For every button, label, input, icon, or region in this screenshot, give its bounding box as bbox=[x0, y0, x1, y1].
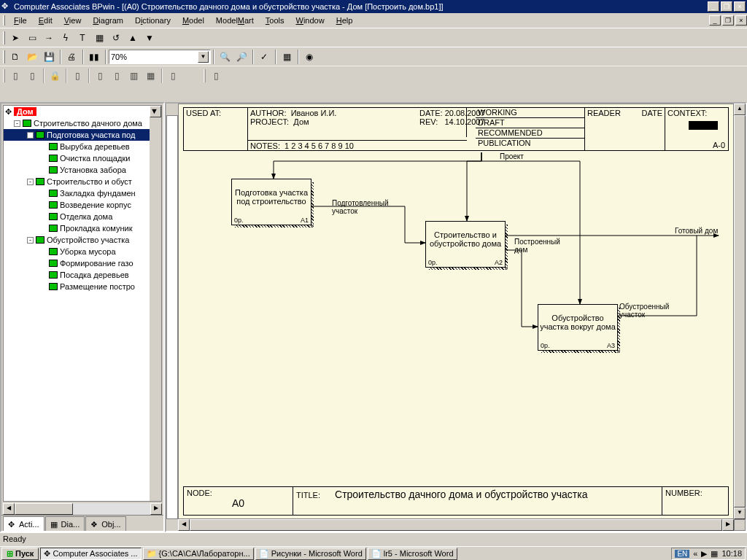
arrow-tool[interactable]: → bbox=[41, 30, 57, 46]
maximize-button[interactable]: ❐ bbox=[721, 1, 732, 12]
lang-indicator[interactable]: EN bbox=[675, 550, 689, 558]
squiggle-tool[interactable]: ϟ bbox=[58, 30, 74, 46]
mm-btn9[interactable]: ▯ bbox=[165, 68, 181, 84]
report-button[interactable]: ▦ bbox=[279, 49, 295, 65]
arrow-label: Построенный дом bbox=[514, 238, 573, 254]
mm-btn3[interactable]: 🔒 bbox=[47, 68, 63, 84]
grip[interactable] bbox=[3, 31, 5, 44]
tree-leaf[interactable]: Размещение постро bbox=[4, 281, 161, 292]
mdi-restore-button[interactable]: ❐ bbox=[722, 15, 734, 26]
toolbar-tools: ➤ ▭ → ϟ T ▦ ↺ ▲ ▼ bbox=[0, 28, 747, 47]
spellcheck-button[interactable]: ✓ bbox=[256, 49, 272, 65]
down-tool[interactable]: ▼ bbox=[142, 30, 158, 46]
menu-dictionary[interactable]: Dictionary bbox=[130, 15, 176, 26]
system-tray[interactable]: EN « ▶ ▦ 10:18 bbox=[671, 548, 746, 560]
taskbar-item[interactable]: 📄 Рисунки - Microsoft Word bbox=[255, 548, 366, 560]
mdi-close-button[interactable]: × bbox=[735, 15, 747, 26]
activity-a2[interactable]: Строительство и обустройство дома 0р.A2 bbox=[425, 221, 506, 268]
taskbar: ⊞Пуск ✥ Computer Associates ... 📁 {G:\CA… bbox=[0, 546, 747, 560]
tree-leaf[interactable]: Прокладка комуник bbox=[4, 222, 161, 234]
grip[interactable] bbox=[204, 69, 206, 82]
arrow-label: Проект bbox=[500, 152, 524, 160]
up-tool[interactable]: ▲ bbox=[125, 30, 141, 46]
tree-leaf[interactable]: Посадка деревьев bbox=[4, 269, 161, 281]
clock[interactable]: 10:18 bbox=[721, 549, 742, 558]
diagram-canvas[interactable]: USED AT: AUTHOR: Иванов И.И. PROJECT: До… bbox=[178, 104, 734, 519]
save-button[interactable]: 💾 bbox=[41, 49, 57, 65]
taskbar-item[interactable]: ✥ Computer Associates ... bbox=[40, 548, 141, 560]
text-tool[interactable]: T bbox=[74, 30, 90, 46]
print-button[interactable]: 🖨 bbox=[63, 49, 80, 65]
mm-btn7[interactable]: ▥ bbox=[125, 68, 142, 84]
tree-node-selected[interactable]: -Подготовка участка под bbox=[4, 129, 161, 141]
titlebar: ✥ Computer Associates BPwin - [(A0) Стро… bbox=[0, 0, 747, 13]
model-explorer-button[interactable]: ▮▮ bbox=[86, 49, 102, 65]
canvas-vscroll[interactable]: ▲▼ bbox=[734, 104, 746, 519]
tree-root[interactable]: ✥Дом bbox=[4, 106, 161, 117]
tray-icon[interactable]: ▶ bbox=[701, 549, 707, 559]
activity-a1[interactable]: Подготовка участка под строительство 0р.… bbox=[231, 179, 311, 225]
menu-diagram[interactable]: Diagram bbox=[88, 15, 128, 26]
close-button[interactable]: × bbox=[734, 1, 746, 12]
taskbar-item[interactable]: 📁 {G:\CA\CA\Лабораторн... bbox=[143, 548, 254, 560]
tree-node[interactable]: -Строительство и обуст bbox=[4, 176, 161, 187]
mm-btn10[interactable]: ▯ bbox=[208, 68, 224, 84]
tree-node[interactable]: -Строительство дачного дома bbox=[4, 117, 161, 129]
zoom-in-button[interactable]: 🔍 bbox=[217, 49, 233, 65]
activity-a3[interactable]: Обустройство участка вокруг дома 0р.A3 bbox=[538, 304, 618, 351]
grip[interactable] bbox=[3, 69, 5, 82]
menu-model[interactable]: Model bbox=[177, 15, 209, 26]
open-button[interactable]: 📂 bbox=[24, 49, 40, 65]
tree-node[interactable]: -Обустройство участка bbox=[4, 234, 161, 246]
menu-help[interactable]: Help bbox=[331, 15, 358, 26]
minimize-button[interactable]: _ bbox=[708, 1, 719, 12]
tree-leaf[interactable]: Очистка площадки bbox=[4, 152, 161, 164]
canvas-hscroll[interactable]: ◀▶ bbox=[178, 519, 734, 531]
zoom-value: 70% bbox=[111, 52, 127, 61]
menu-tools[interactable]: Tools bbox=[260, 15, 290, 26]
grip[interactable] bbox=[3, 50, 5, 63]
toolbar-standard: 🗋 📂 💾 🖨 ▮▮ 70% ▼ 🔍 🔎 ✓ ▦ ◉ bbox=[0, 47, 747, 66]
zoom-out-button[interactable]: 🔎 bbox=[233, 49, 249, 65]
mm-btn1[interactable]: ▯ bbox=[7, 68, 23, 84]
mm-btn2[interactable]: ▯ bbox=[24, 68, 40, 84]
tree-leaf[interactable]: Вырубка деревьев bbox=[4, 141, 161, 152]
tree-leaf[interactable]: Отделка дома bbox=[4, 211, 161, 222]
go-to-parent-tool[interactable]: ↺ bbox=[108, 30, 124, 46]
modelmart-button[interactable]: ◉ bbox=[301, 49, 317, 65]
tab-diagrams[interactable]: ▦Dia... bbox=[45, 516, 85, 531]
mm-btn8[interactable]: ▦ bbox=[142, 68, 158, 84]
mm-btn6[interactable]: ▯ bbox=[109, 68, 125, 84]
menu-file[interactable]: File bbox=[9, 15, 32, 26]
tree-hscroll[interactable]: ◀▶ bbox=[3, 503, 162, 515]
tab-activities[interactable]: ✥Acti... bbox=[3, 516, 44, 531]
menu-modelmart[interactable]: ModelMart bbox=[211, 15, 259, 26]
taskbar-item[interactable]: 📄 lr5 - Microsoft Word bbox=[368, 548, 457, 560]
mm-btn5[interactable]: ▯ bbox=[92, 68, 108, 84]
mm-btn4[interactable]: ▯ bbox=[69, 68, 85, 84]
diagram-tool[interactable]: ▦ bbox=[91, 30, 107, 46]
zoom-combo[interactable]: 70% ▼ bbox=[109, 50, 211, 64]
activity-tool[interactable]: ▭ bbox=[24, 30, 40, 46]
menu-edit[interactable]: Edit bbox=[34, 15, 58, 26]
mdi-minimize-button[interactable]: _ bbox=[709, 15, 721, 26]
app-icon: ✥ bbox=[1, 1, 12, 12]
menu-window[interactable]: Window bbox=[291, 15, 330, 26]
chevron-down-icon[interactable]: ▼ bbox=[198, 51, 209, 63]
tree[interactable]: ✥Дом -Строительство дачного дома -Подгот… bbox=[3, 105, 162, 502]
menu-view[interactable]: View bbox=[59, 15, 87, 26]
start-button[interactable]: ⊞Пуск bbox=[1, 548, 39, 560]
tree-leaf[interactable]: Установка забора bbox=[4, 164, 161, 176]
tree-leaf[interactable]: Закладка фундамен bbox=[4, 187, 161, 199]
new-button[interactable]: 🗋 bbox=[7, 49, 23, 65]
diagram-area: USED AT: AUTHOR: Иванов И.И. PROJECT: До… bbox=[165, 102, 747, 532]
grip[interactable] bbox=[3, 15, 5, 26]
tray-icon[interactable]: « bbox=[693, 549, 697, 558]
tray-icon[interactable]: ▦ bbox=[711, 549, 718, 559]
tab-objects[interactable]: ❖Obj... bbox=[85, 516, 125, 531]
pointer-tool[interactable]: ➤ bbox=[7, 30, 23, 46]
tree-scrollbar[interactable]: ▲ ▼ bbox=[150, 106, 161, 501]
tree-leaf[interactable]: Возведение корпус bbox=[4, 199, 161, 211]
tree-leaf[interactable]: Уборка мусора bbox=[4, 246, 161, 257]
tree-leaf[interactable]: Формирование газо bbox=[4, 257, 161, 269]
